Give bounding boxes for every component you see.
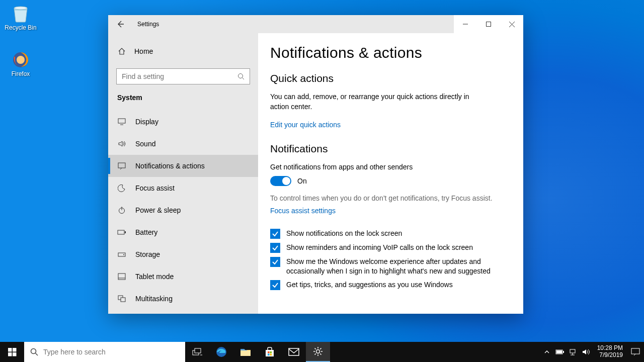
nav-battery[interactable]: Battery [108, 221, 258, 243]
start-button[interactable] [0, 342, 24, 362]
storage-icon [117, 250, 126, 259]
svg-rect-23 [13, 348, 17, 352]
notifications-label: Get notifications from apps and other se… [270, 162, 508, 172]
nav-label: Multitasking [135, 295, 173, 303]
titlebar: Settings [108, 15, 523, 33]
desktop-icon-firefox[interactable]: Firefox [2, 50, 40, 77]
nav-sound[interactable]: Sound [108, 133, 258, 155]
svg-line-27 [36, 353, 38, 356]
svg-rect-32 [240, 350, 251, 356]
svg-rect-35 [268, 354, 270, 356]
store-icon [264, 346, 275, 357]
tablet-icon [117, 272, 126, 281]
page-title: Notifications & actions [270, 44, 508, 61]
sidebar: Home System Display Sound Notifications … [108, 33, 258, 314]
svg-rect-41 [563, 351, 564, 353]
back-button[interactable] [108, 15, 132, 33]
nav-notifications[interactable]: Notifications & actions [108, 155, 258, 177]
sidebar-category: System [108, 94, 258, 102]
svg-rect-22 [8, 348, 12, 352]
nav-home[interactable]: Home [108, 40, 258, 62]
nav-display[interactable]: Display [108, 111, 258, 133]
nav-multitasking[interactable]: Multitasking [108, 288, 258, 310]
svg-rect-25 [13, 352, 17, 356]
gear-icon [313, 346, 323, 356]
toggle-state-label: On [297, 177, 307, 185]
tray-battery[interactable] [555, 349, 565, 355]
nav-label: Storage [135, 250, 160, 258]
svg-rect-21 [121, 298, 125, 302]
volume-icon [582, 348, 590, 355]
svg-rect-24 [8, 352, 12, 356]
quick-actions-desc: You can add, remove, or rearrange your q… [270, 92, 481, 112]
nav-power-sleep[interactable]: Power & sleep [108, 199, 258, 221]
tray-overflow[interactable] [542, 350, 552, 354]
chevron-up-icon [544, 350, 549, 354]
close-button[interactable] [500, 15, 523, 33]
notifications-toggle[interactable] [270, 176, 291, 186]
svg-rect-11 [118, 163, 125, 168]
nav-tablet-mode[interactable]: Tablet mode [108, 265, 258, 288]
action-center-icon [631, 348, 640, 356]
nav-label: Tablet mode [135, 273, 174, 281]
tray-network[interactable] [568, 348, 578, 355]
search-box[interactable] [116, 68, 250, 84]
svg-point-17 [123, 254, 124, 255]
display-icon [117, 117, 126, 126]
svg-point-2 [17, 56, 25, 64]
action-center-button[interactable] [629, 348, 642, 356]
taskbar-settings[interactable] [306, 342, 330, 362]
close-icon [509, 22, 515, 27]
checkbox-label: Show notifications on the lock screen [286, 229, 402, 238]
battery-icon [555, 349, 565, 355]
checkbox-tips-tricks[interactable]: Get tips, tricks, and suggestions as you… [270, 280, 492, 290]
svg-point-26 [31, 349, 36, 354]
edit-quick-actions-link[interactable]: Edit your quick actions [270, 121, 341, 129]
tray-clock[interactable]: 10:28 PM 7/9/2019 [594, 345, 626, 359]
checkbox-icon [270, 229, 280, 239]
svg-point-38 [316, 350, 320, 353]
minimize-icon [463, 22, 468, 27]
firefox-icon [11, 50, 30, 69]
checkbox-welcome-experience[interactable]: Show me the Windows welcome experience a… [270, 257, 492, 276]
edge-icon [215, 346, 227, 358]
taskbar: Type here to search 10:28 PM 7/9/2019 [0, 342, 644, 362]
svg-rect-42 [570, 349, 575, 353]
tray-volume[interactable] [581, 348, 591, 355]
checkbox-label: Get tips, tricks, and suggestions as you… [286, 280, 453, 290]
desktop-icon-label: Firefox [2, 70, 40, 77]
nav-list: Display Sound Notifications & actions Fo… [108, 111, 258, 314]
taskbar-file-explorer[interactable] [233, 342, 258, 362]
taskbar-search[interactable]: Type here to search [24, 342, 185, 362]
taskbar-edge[interactable] [209, 342, 233, 362]
taskbar-store[interactable] [258, 342, 282, 362]
nav-focus-assist[interactable]: Focus assist [108, 177, 258, 199]
tray-date: 7/9/2019 [597, 352, 623, 359]
folder-icon [240, 347, 251, 356]
nav-label: Battery [135, 228, 157, 236]
search-icon [237, 73, 245, 80]
settings-window: Settings Home System Display Sound Notif… [108, 15, 523, 314]
nav-label: Notifications & actions [135, 162, 205, 170]
taskbar-mail[interactable] [282, 342, 306, 362]
section-quick-actions: Quick actions [270, 72, 508, 84]
back-arrow-icon [116, 20, 124, 28]
nav-storage[interactable]: Storage [108, 243, 258, 265]
task-view-button[interactable] [185, 342, 209, 362]
checkbox-lock-screen-notif[interactable]: Show notifications on the lock screen [270, 229, 492, 239]
focus-assist-icon [117, 184, 126, 193]
content-pane[interactable]: Notifications & actions Quick actions Yo… [258, 33, 523, 314]
svg-line-8 [243, 78, 245, 80]
svg-point-0 [14, 7, 27, 10]
nav-label: Focus assist [135, 184, 175, 192]
desktop-icon-recycle-bin[interactable]: Recycle Bin [2, 3, 40, 31]
taskbar-search-placeholder: Type here to search [43, 348, 106, 356]
checkbox-reminders-voip[interactable]: Show reminders and incoming VoIP calls o… [270, 243, 492, 253]
multitasking-icon [117, 294, 126, 303]
svg-rect-18 [118, 274, 125, 280]
minimize-button[interactable] [454, 15, 477, 33]
search-input[interactable] [122, 72, 237, 80]
svg-rect-15 [125, 231, 126, 233]
maximize-button[interactable] [477, 15, 500, 33]
focus-assist-settings-link[interactable]: Focus assist settings [270, 207, 336, 215]
